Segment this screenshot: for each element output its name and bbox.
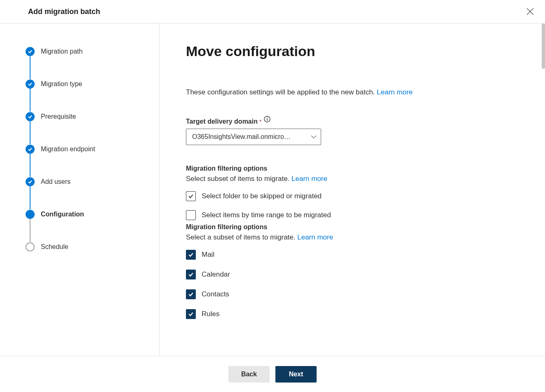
close-button[interactable] xyxy=(524,5,537,18)
filtering-options-heading: Migration filtering options xyxy=(186,165,519,172)
wizard-steps: Migration path Migration type Prerequisi… xyxy=(0,23,160,356)
dialog-header: Add migration batch xyxy=(0,0,545,23)
step-label: Migration type xyxy=(41,80,82,88)
dropdown-value: O365InsightsView.mail.onmicro… xyxy=(192,133,311,141)
learn-more-link[interactable]: Learn more xyxy=(291,175,327,183)
chevron-down-icon xyxy=(311,135,317,138)
close-icon xyxy=(526,8,534,15)
back-button[interactable]: Back xyxy=(228,366,270,383)
filtering-options-heading-2: Migration filtering options xyxy=(186,223,519,231)
checkbox-time-range-option: Select items by time range to be migrate… xyxy=(186,210,519,220)
checkmark-icon xyxy=(26,112,35,121)
checkbox-item-calendar: Calendar xyxy=(186,270,519,279)
checkmark-icon xyxy=(26,80,35,89)
checkbox[interactable] xyxy=(186,309,196,319)
checkbox-item-contacts: Contacts xyxy=(186,289,519,299)
step-label: Add users xyxy=(41,178,70,185)
dialog-title: Add migration batch xyxy=(28,7,100,16)
step-migration-path[interactable]: Migration path xyxy=(26,47,159,56)
info-icon[interactable] xyxy=(264,116,270,122)
checkbox[interactable] xyxy=(186,289,196,299)
filtering-options-sub-2: Select a subset of items to migrate. Lea… xyxy=(186,233,519,242)
checkbox-label: Calendar xyxy=(202,270,230,279)
checkbox[interactable] xyxy=(186,250,196,260)
learn-more-link[interactable]: Learn more xyxy=(297,233,333,241)
scrollbar-thumb[interactable] xyxy=(542,23,545,69)
step-label: Migration path xyxy=(41,48,82,55)
checkbox-label: Contacts xyxy=(202,290,229,298)
checkbox-item-rules: Rules xyxy=(186,309,519,319)
checkbox[interactable] xyxy=(186,210,196,220)
page-title: Move configuration xyxy=(186,43,519,59)
checkmark-icon xyxy=(26,47,35,56)
main-panel: Move configuration These configuration s… xyxy=(160,23,545,356)
checkbox-label: Select items by time range to be migrate… xyxy=(202,211,331,219)
checkbox[interactable] xyxy=(186,191,196,201)
filtering-options-sub: Select subset of items to migrate. Learn… xyxy=(186,175,519,183)
checkbox-label: Rules xyxy=(202,310,219,318)
svg-rect-2 xyxy=(267,119,268,121)
svg-point-1 xyxy=(267,117,268,118)
step-migration-type[interactable]: Migration type xyxy=(26,79,159,89)
target-domain-dropdown[interactable]: O365InsightsView.mail.onmicro… xyxy=(186,129,321,145)
step-label: Schedule xyxy=(41,243,68,251)
checkmark-icon xyxy=(26,145,35,154)
step-label: Configuration xyxy=(41,211,84,218)
next-button[interactable]: Next xyxy=(275,366,317,383)
step-prerequisite[interactable]: Prerequisite xyxy=(26,112,159,122)
checkbox[interactable] xyxy=(186,270,196,279)
learn-more-link[interactable]: Learn more xyxy=(377,88,413,96)
required-indicator: * xyxy=(259,118,261,125)
step-add-users[interactable]: Add users xyxy=(26,177,159,187)
dialog-footer: Back Next xyxy=(0,356,545,392)
target-domain-label: Target delivery domain xyxy=(186,118,258,125)
current-step-icon xyxy=(26,210,35,219)
step-schedule[interactable]: Schedule xyxy=(26,242,159,252)
step-label: Migration endpoint xyxy=(41,146,95,153)
checkmark-icon xyxy=(26,177,35,186)
checkbox-item-mail: Mail xyxy=(186,250,519,260)
checkbox-folder-option: Select folder to be skipped or migrated xyxy=(186,191,519,201)
step-migration-endpoint[interactable]: Migration endpoint xyxy=(26,144,159,154)
upcoming-step-icon xyxy=(26,242,35,251)
intro-text: These configuration settings will be app… xyxy=(186,88,519,96)
checkbox-label: Mail xyxy=(202,251,214,259)
checkbox-label: Select folder to be skipped or migrated xyxy=(202,192,322,200)
step-label: Prerequisite xyxy=(41,113,76,120)
step-configuration[interactable]: Configuration xyxy=(26,209,159,219)
